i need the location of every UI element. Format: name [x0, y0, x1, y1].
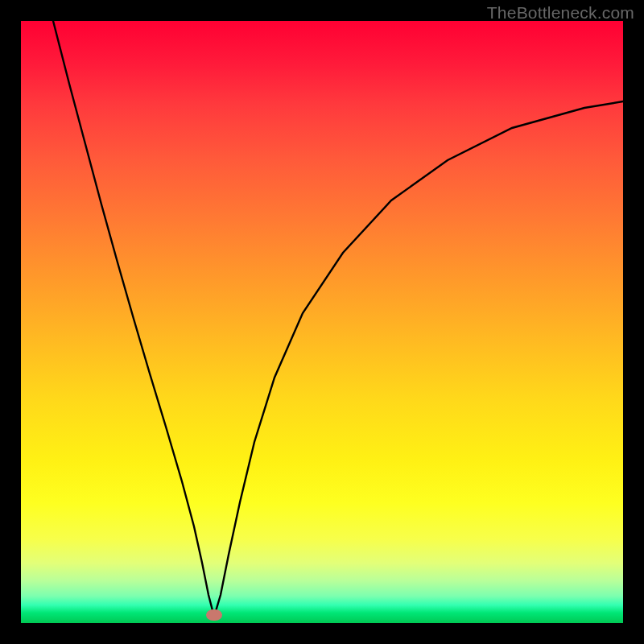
source-credit: TheBottleneck.com — [487, 3, 634, 23]
minimum-marker — [206, 609, 222, 621]
plot-area — [21, 21, 623, 623]
curve-svg — [21, 21, 623, 623]
bottleneck-curve — [53, 21, 623, 617]
chart-frame: TheBottleneck.com — [0, 0, 644, 644]
